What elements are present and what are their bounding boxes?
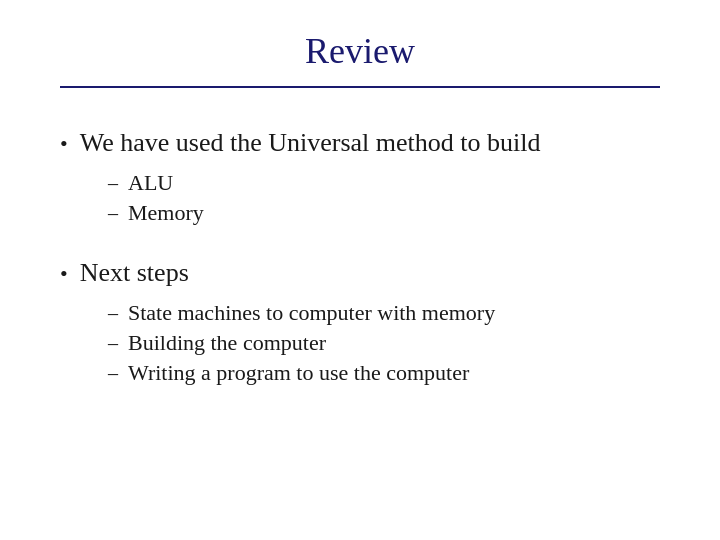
sub-dash-2c: – — [108, 362, 118, 385]
sub-dash-2a: – — [108, 302, 118, 325]
sub-text-1b: Memory — [128, 200, 204, 226]
sub-text-1a: ALU — [128, 170, 173, 196]
bullet-main-2: • Next steps — [60, 258, 660, 288]
title-divider — [60, 86, 660, 88]
sub-dash-1a: – — [108, 172, 118, 195]
slide: Review • We have used the Universal meth… — [0, 0, 720, 540]
bullet-dot-2: • — [60, 261, 68, 287]
bullet-section-2: • Next steps – State machines to compute… — [60, 258, 660, 386]
sub-dash-1b: – — [108, 202, 118, 225]
title-area: Review — [60, 30, 660, 72]
sub-bullet-1b: – Memory — [108, 200, 660, 226]
bullet-dot-1: • — [60, 131, 68, 157]
sub-bullet-2a: – State machines to computer with memory — [108, 300, 660, 326]
sub-bullets-1: – ALU – Memory — [108, 170, 660, 226]
bullet-text-1: We have used the Universal method to bui… — [80, 128, 541, 158]
bullet-main-1: • We have used the Universal method to b… — [60, 128, 660, 158]
sub-text-2a: State machines to computer with memory — [128, 300, 495, 326]
slide-content: • We have used the Universal method to b… — [60, 118, 660, 500]
bullet-text-2: Next steps — [80, 258, 189, 288]
bullet-section-1: • We have used the Universal method to b… — [60, 128, 660, 226]
sub-text-2b: Building the computer — [128, 330, 326, 356]
sub-bullets-2: – State machines to computer with memory… — [108, 300, 660, 386]
sub-text-2c: Writing a program to use the computer — [128, 360, 469, 386]
sub-bullet-1a: – ALU — [108, 170, 660, 196]
sub-dash-2b: – — [108, 332, 118, 355]
sub-bullet-2b: – Building the computer — [108, 330, 660, 356]
slide-title: Review — [60, 30, 660, 72]
sub-bullet-2c: – Writing a program to use the computer — [108, 360, 660, 386]
